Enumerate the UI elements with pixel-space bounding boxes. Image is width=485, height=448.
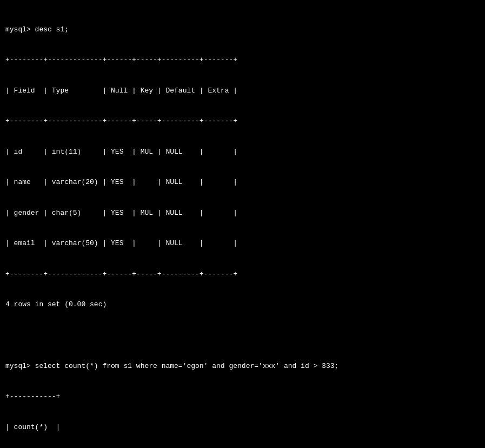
q1-header: | count(*) | <box>5 423 480 433</box>
table-bottom-border: +--------+-------------+------+-----+---… <box>5 269 480 280</box>
rows-result-1: 4 rows in set (0.00 sec) <box>5 300 480 310</box>
table-header-row: | Field | Type | Null | Key | Default | … <box>5 86 480 96</box>
table-top-border: +--------+-------------+------+-----+---… <box>5 55 480 65</box>
terminal-window: mysql> desc s1; +--------+-------------+… <box>0 0 485 448</box>
query1-command: mysql> select count(*) from s1 where nam… <box>5 361 480 372</box>
desc-command: mysql> desc s1; <box>5 25 480 35</box>
table-row-email: | email | varchar(50) | YES | | NULL | | <box>5 239 480 249</box>
table-row-gender: | gender | char(5) | YES | MUL | NULL | … <box>5 208 480 219</box>
table-row-id: | id | int(11) | YES | MUL | NULL | | <box>5 147 480 157</box>
q1-top: +-----------+ <box>5 392 480 402</box>
table-row-name: | name | varchar(20) | YES | | NULL | | <box>5 177 480 188</box>
table-sep: +--------+-------------+------+-----+---… <box>5 116 480 127</box>
